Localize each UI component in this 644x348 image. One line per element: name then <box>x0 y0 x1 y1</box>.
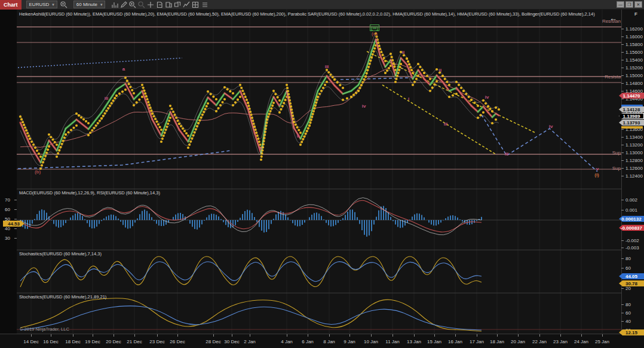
back-arrow-icon[interactable]: ← <box>609 14 617 23</box>
panel-tick-label: 80 <box>625 256 631 261</box>
panel-tick-mark <box>621 288 624 289</box>
time-tick-mark <box>287 334 287 337</box>
time-tick-label: 28 Dec <box>206 339 220 344</box>
instrument-select[interactable]: EURUSD ▾ <box>26 1 57 8</box>
time-tick-label: 2 Jan <box>244 339 256 344</box>
time-tick-label: 30 Dec <box>224 339 239 344</box>
time-tick-label: 19 Dec <box>85 339 100 344</box>
main-indicator-label: HeikenAshi8(EURUSD (60 Minute)), EMA(EUR… <box>19 11 595 17</box>
zoom-in-icon[interactable] <box>128 1 137 9</box>
price-tick-mark <box>621 52 624 53</box>
panel-tick-mark <box>621 268 624 268</box>
panel-tick-label: -0.003 <box>625 245 639 251</box>
indicator-value-label: 0.000132 <box>619 216 644 222</box>
price-tick-label: 1.15000 <box>625 73 643 78</box>
search-icon[interactable] <box>60 1 69 9</box>
price-tick-mark <box>621 137 624 138</box>
price-marker-sliver <box>621 126 643 129</box>
time-tick-mark <box>329 334 330 337</box>
wave-label: ii <box>297 133 299 139</box>
price-tick-label: 1.15600 <box>625 50 643 55</box>
time-tick-label: 10 Jan <box>364 339 378 344</box>
time-tick-label: 8 Jan <box>323 339 335 344</box>
chevron-down-icon: ▾ <box>100 2 103 7</box>
minimize-button[interactable]: — <box>617 1 624 8</box>
wave-label: (i) <box>594 172 599 178</box>
price-tick-mark <box>621 145 624 145</box>
time-tick-mark <box>497 334 498 337</box>
price-tick-mark <box>621 60 624 60</box>
price-tick-mark <box>621 68 624 68</box>
price-value-label: 1.14128 <box>619 106 644 112</box>
time-tick-mark <box>93 334 93 337</box>
time-tick-mark <box>581 334 582 337</box>
time-tick-label: 14 Dec <box>23 339 38 344</box>
wave-label: (c) <box>372 31 378 36</box>
price-value-label: 1.13989 <box>619 113 644 119</box>
time-tick-label: 21 Dec <box>127 339 142 344</box>
wave-label: iv <box>362 103 366 109</box>
price-value-label: 1.14470 <box>619 93 644 99</box>
price-tick-label: 1.12400 <box>625 173 643 179</box>
wave-label: b <box>259 145 262 151</box>
page-flip-icon[interactable] <box>164 1 173 9</box>
stoch2-panel-label: Stochastics(EURUSD (60 Minute),21,89,21) <box>19 294 106 300</box>
window-controls: —❐✕ <box>617 1 644 8</box>
price-tick-mark <box>621 168 624 169</box>
rsi-tick-mark <box>14 200 17 200</box>
time-tick-mark <box>434 334 435 337</box>
rsi-tick-label: 60 <box>5 207 10 212</box>
wave-label: ii <box>402 50 404 55</box>
price-tick-label: 1.13200 <box>625 142 643 148</box>
bar-chart-icon[interactable] <box>110 1 119 9</box>
wave-label: i <box>279 102 280 108</box>
wave-label: (b) <box>35 169 41 175</box>
zoom-out-icon[interactable] <box>137 1 146 9</box>
price-tick-mark <box>621 36 624 37</box>
interval-select[interactable]: 60 Minute ▾ <box>73 1 106 8</box>
price-tick-mark <box>621 152 624 153</box>
list-icon[interactable] <box>200 1 208 9</box>
time-tick-mark <box>560 334 561 337</box>
instrument-value: EURUSD <box>29 2 50 7</box>
time-tick-label: 24 Jan <box>574 339 588 344</box>
wave-label: iii <box>325 64 329 69</box>
time-tick-label: 20 Dec <box>106 339 121 344</box>
time-tick-mark <box>518 334 519 337</box>
time-tick-label: 23 Dec <box>149 339 164 344</box>
time-tick-mark <box>157 334 158 337</box>
tab-chart[interactable]: Chart <box>0 0 22 10</box>
chevron-down-icon: ▾ <box>52 2 54 7</box>
level-annotation: Sup <box>612 150 621 155</box>
panel-tick-label: 0.002 <box>625 197 637 203</box>
indicator-value-label: 30.78 <box>619 280 644 286</box>
page-export-icon[interactable] <box>155 1 164 9</box>
pencil-icon[interactable] <box>119 1 128 9</box>
panel-tick-mark <box>621 200 624 200</box>
time-tick-label: 18 Dec <box>65 339 80 344</box>
time-tick-label: 25 Jan <box>595 339 609 344</box>
time-tick-mark <box>477 334 477 337</box>
wave-label: iv <box>549 124 553 129</box>
grid-box-icon[interactable] <box>191 1 200 9</box>
time-tick-label: 26 Dec <box>170 339 185 344</box>
rsi-value-label: 44.53 <box>3 221 24 227</box>
dual-window-icon[interactable] <box>173 1 182 9</box>
wave-label: v <box>596 166 599 172</box>
price-tick-label: 1.15400 <box>625 57 643 63</box>
close-button[interactable]: ✕ <box>634 1 642 8</box>
level-annotation: Sup <box>612 166 621 171</box>
level-annotation: Resista <box>605 74 621 80</box>
zigzag-icon[interactable] <box>182 1 191 9</box>
toolbar-icons <box>110 1 208 9</box>
time-tick-mark <box>349 334 350 337</box>
restore-button[interactable]: ❐ <box>625 1 633 8</box>
time-tick-mark <box>177 334 178 337</box>
wave-label: ii <box>439 68 441 73</box>
time-tick-label: 4 Jan <box>281 339 293 344</box>
time-tick-mark <box>51 334 51 337</box>
price-tick-label: 1.13000 <box>625 150 643 155</box>
rsi-tick-mark <box>14 228 17 229</box>
time-tick-mark <box>308 334 308 337</box>
plus-icon[interactable] <box>146 1 155 9</box>
